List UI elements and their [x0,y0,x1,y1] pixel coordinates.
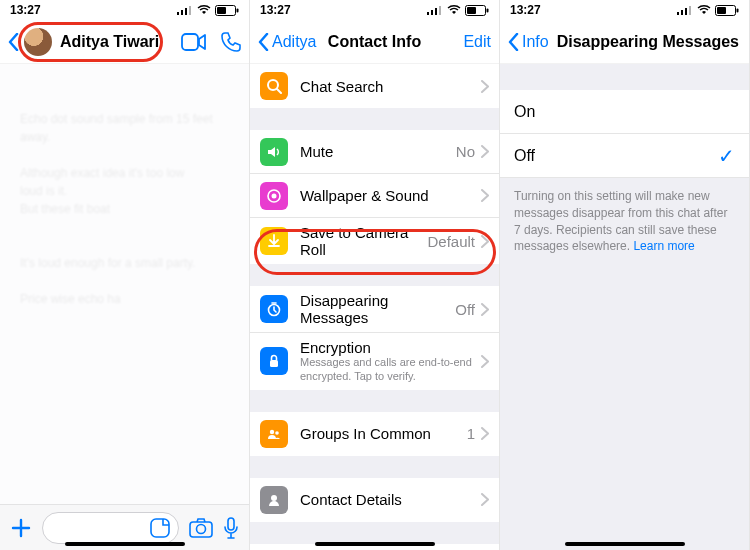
chat-body: Echo dot sound sample from 15 feet away.… [0,64,249,504]
download-icon [260,227,288,255]
group-icon [260,420,288,448]
svg-rect-6 [237,8,239,12]
home-indicator [315,542,435,546]
battery-icon [215,5,239,16]
battery-icon [465,5,489,16]
row-value: Default [427,233,475,250]
back-chevron-icon [508,33,520,51]
svg-rect-1 [181,10,183,15]
edit-button[interactable]: Edit [463,33,491,51]
home-indicator [565,542,685,546]
row-mute[interactable]: Mute No [250,130,499,174]
svg-point-25 [275,431,279,435]
status-bar: 13:27 [0,0,249,20]
chat-screen: 13:27 Aditya Tiwari Echo dot sound sampl… [0,0,250,550]
contact-avatar[interactable] [24,28,52,56]
microphone-icon[interactable] [223,517,239,539]
option-label: Off [514,147,535,165]
clock: 13:27 [510,3,541,17]
row-value: No [456,143,475,160]
chevron-right-icon [481,493,489,506]
wifi-icon [447,5,461,15]
chevron-right-icon [481,427,489,440]
row-save-camera-roll[interactable]: Save to Camera Roll Default [250,218,499,264]
row-label: Disappearing Messages [300,292,455,326]
svg-rect-14 [435,8,437,15]
row-label: Save to Camera Roll [300,224,427,258]
svg-point-26 [271,495,277,501]
clock: 13:27 [10,3,41,17]
svg-rect-5 [217,7,226,14]
wifi-icon [197,5,211,15]
back-chevron-icon[interactable] [8,33,20,51]
row-groups-in-common[interactable]: Groups In Common 1 [250,412,499,456]
back-label: Aditya [272,33,316,51]
svg-rect-32 [717,7,726,14]
svg-rect-15 [439,6,441,15]
chevron-right-icon [481,355,489,368]
page-title: Disappearing Messages [557,33,739,51]
contact-name[interactable]: Aditya Tiwari [60,33,159,51]
option-label: On [514,103,535,121]
row-label: Encryption [300,339,475,356]
svg-rect-33 [737,8,739,12]
svg-rect-3 [189,6,191,15]
dim-overlay [0,64,249,504]
footer-text: Turning on this setting will make new me… [514,189,727,253]
checkmark-icon: ✓ [718,144,735,168]
disappearing-navbar: Info Disappearing Messages [500,20,749,64]
option-on[interactable]: On [500,90,749,134]
status-bar: 13:27 [250,0,499,20]
svg-rect-13 [431,10,433,15]
timer-icon [260,295,288,323]
message-field[interactable] [42,512,179,544]
voice-call-icon[interactable] [221,32,241,52]
lock-icon [260,347,288,375]
search-icon [260,72,288,100]
option-off[interactable]: Off ✓ [500,134,749,178]
back-chevron-icon [258,33,270,51]
wifi-icon [697,5,711,15]
learn-more-link[interactable]: Learn more [633,239,694,253]
camera-icon[interactable] [189,518,213,538]
svg-rect-12 [427,12,429,15]
row-value: Off [455,301,475,318]
row-label: Chat Search [300,78,383,95]
row-subtitle: Messages and calls are end-to-end encryp… [300,356,475,384]
sticker-icon[interactable] [150,518,170,538]
row-label: Groups In Common [300,425,431,442]
svg-rect-2 [185,8,187,15]
setting-footer: Turning on this setting will make new me… [500,178,749,265]
svg-rect-23 [270,360,278,367]
row-encryption[interactable]: Encryption Messages and calls are end-to… [250,333,499,390]
back-button[interactable]: Aditya [258,33,316,51]
back-button[interactable]: Info [508,33,549,51]
row-label: Contact Details [300,491,402,508]
status-icons [677,5,739,16]
status-bar: 13:27 [500,0,749,20]
cellular-icon [427,5,443,15]
plus-icon[interactable] [10,517,32,539]
chevron-right-icon [481,189,489,202]
chat-navbar: Aditya Tiwari [0,20,249,64]
row-chat-search[interactable]: Chat Search [250,64,499,108]
svg-rect-17 [467,7,476,14]
row-contact-details[interactable]: Contact Details [250,478,499,522]
home-indicator [65,542,185,546]
disappearing-body: On Off ✓ Turning on this setting will ma… [500,64,749,550]
row-wallpaper[interactable]: Wallpaper & Sound [250,174,499,218]
row-disappearing-messages[interactable]: Disappearing Messages Off [250,286,499,333]
svg-rect-27 [677,12,679,15]
status-icons [177,5,239,16]
row-label: Mute [300,143,333,160]
chevron-right-icon [481,80,489,93]
video-call-icon[interactable] [181,33,207,51]
status-icons [427,5,489,16]
person-icon [260,486,288,514]
svg-rect-0 [177,12,179,15]
svg-point-21 [272,193,277,198]
svg-rect-18 [487,8,489,12]
svg-rect-11 [228,518,234,530]
svg-point-24 [270,429,274,433]
svg-rect-29 [685,8,687,15]
